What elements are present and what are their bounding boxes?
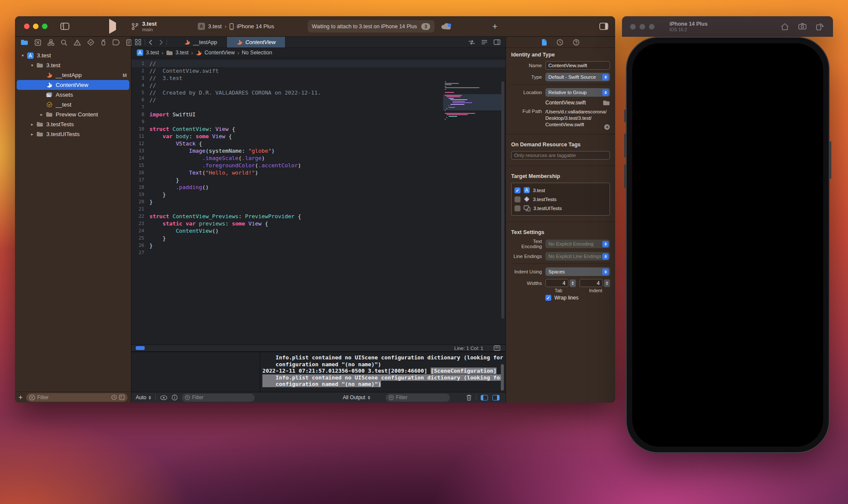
add-editor-icon[interactable] [494,39,500,45]
tab-width-stepper[interactable] [570,279,576,287]
line-number[interactable]: 14 [131,154,149,162]
variables-view-mode[interactable]: Auto [136,394,151,400]
source-control-navigator-icon[interactable] [35,39,41,46]
symbol-navigator-icon[interactable] [48,39,54,46]
tree-item-preview-content[interactable]: ▸Preview Content [15,110,131,119]
activity-status[interactable]: Waiting to attach to 3.test on iPhone 14… [308,20,435,33]
help-inspector-icon[interactable] [573,39,580,46]
editor-scrollbar[interactable] [501,81,504,319]
location-dropdown[interactable]: Relative to Group [545,88,610,97]
code-line[interactable]: 3// 3.test [131,74,506,82]
code-line[interactable]: 16 Text("Hello, world!") [131,169,506,176]
editor-display-icon[interactable] [494,345,500,351]
line-number[interactable]: 12 [131,140,149,147]
console-line[interactable]: configuration named "(no name)") [262,381,499,388]
line-endings-dropdown[interactable]: No Explicit Line Endings [545,252,610,261]
history-inspector-icon[interactable] [556,39,563,46]
breadcrumb-item[interactable]: 3.test [146,50,159,56]
line-number[interactable]: 21 [131,205,149,213]
disclosure-closed-icon[interactable]: ▸ [29,132,36,136]
code-line[interactable]: 24 ContentView() [131,227,506,234]
toggle-navigator-icon[interactable] [60,23,69,30]
odr-tags-field[interactable]: Only resources are taggable [511,151,610,160]
toggle-inspector-icon[interactable] [599,23,608,30]
console-output[interactable]: Info.plist contained no UIScene configur… [262,354,499,388]
find-navigator-icon[interactable] [61,39,67,46]
close-window-button[interactable] [24,24,30,29]
quicklook-icon[interactable] [160,395,167,400]
tree-item-assets[interactable]: Assets [15,90,131,100]
console-line[interactable]: configuration named "(no name)") [262,361,499,368]
console-line[interactable]: 2022-12-11 07:21:57.012356-0500 3.test[2… [262,368,499,374]
navigator-filter-field[interactable]: Filter [26,393,128,402]
variables-filter-field[interactable]: Filter [182,394,255,402]
code-line[interactable]: 11 var body: some View { [131,133,506,140]
info-icon[interactable] [172,394,178,400]
scheme-selector[interactable]: A 3.test › iPhone 14 Plus [198,23,274,30]
code-line[interactable]: 25 } [131,234,506,242]
code-editor[interactable]: 1//2// ContentView.swift3// 3.test4//5//… [131,58,506,344]
code-line[interactable]: 23 static var previews: some View { [131,220,506,227]
code-line[interactable]: 27 [131,249,506,256]
code-line[interactable]: 18 .padding() [131,184,506,191]
sim-zoom-button[interactable] [649,24,655,30]
sim-home-icon[interactable] [781,23,789,30]
project-status-block[interactable]: 3.test main [131,21,157,32]
line-number[interactable]: 25 [131,234,149,242]
tree-item-3-test[interactable]: ▾3.test [15,60,131,70]
line-number[interactable]: 11 [131,133,149,140]
line-number[interactable]: 26 [131,242,149,249]
code-line[interactable]: 12 VStack { [131,140,506,147]
line-number[interactable]: 16 [131,169,149,176]
target-checkbox[interactable] [515,196,521,202]
editor-tab-__testapp[interactable]: __testApp [175,37,227,47]
file-inspector-icon[interactable] [542,39,547,46]
line-number[interactable]: 9 [131,118,149,125]
code-line[interactable]: 26} [131,242,506,249]
breakpoint-navigator-icon[interactable] [113,39,120,45]
sim-close-button[interactable] [630,24,636,30]
line-number[interactable]: 10 [131,125,149,133]
indent-width-stepper[interactable] [604,279,610,287]
line-number[interactable]: 19 [131,191,149,198]
go-forward-icon[interactable] [156,37,167,47]
type-dropdown[interactable]: Default - Swift Source [545,73,610,81]
disclosure-closed-icon[interactable]: ▸ [38,112,45,117]
line-number[interactable]: 24 [131,227,149,234]
toggle-console-view-icon[interactable] [492,395,500,400]
debug-navigator-icon[interactable] [101,39,106,46]
source-control-status-icon[interactable] [119,394,125,400]
code-line[interactable]: 19 } [131,191,506,198]
code-line[interactable]: 17 } [131,176,506,184]
issue-navigator-icon[interactable] [74,39,81,46]
toggle-variables-view-icon[interactable] [481,395,488,400]
name-field[interactable]: ContentView.swift [545,61,610,70]
zoom-window-button[interactable] [42,24,48,29]
disclosure-open-icon[interactable]: ▾ [19,53,26,58]
tree-item-3-testtests[interactable]: ▸3.testTests [15,119,131,129]
simulator-screen[interactable] [632,43,823,447]
code-line[interactable]: 13 Image(systemName: "globe") [131,147,506,154]
line-number[interactable]: 15 [131,162,149,169]
line-number[interactable]: 23 [131,220,149,227]
adjust-editor-options-icon[interactable] [481,39,488,45]
trash-icon[interactable] [466,394,472,401]
add-editor-tab-button[interactable]: + [492,21,497,32]
line-number[interactable]: 2 [131,67,149,74]
tree-item-__testapp[interactable]: __testAppM [15,70,131,80]
text-encoding-dropdown[interactable]: No Explicit Encoding [545,240,610,248]
tab-width-field[interactable]: 4 [545,279,568,287]
line-number[interactable]: 8 [131,111,149,118]
breadcrumb-item[interactable]: ContentView [205,50,235,56]
console-filter-field[interactable]: Filter [386,394,450,402]
line-number[interactable]: 13 [131,147,149,154]
sim-minimize-button[interactable] [640,24,645,30]
line-number[interactable]: 22 [131,213,149,220]
line-number[interactable]: 4 [131,82,149,89]
status-issue-badge[interactable]: 3 [421,23,430,30]
related-items-icon[interactable] [131,37,145,47]
console-output-mode[interactable]: All Output [343,394,371,400]
minimize-window-button[interactable] [33,24,39,29]
line-number[interactable]: 5 [131,89,149,96]
console-line[interactable]: Info.plist contained no UIScene configur… [262,374,499,381]
